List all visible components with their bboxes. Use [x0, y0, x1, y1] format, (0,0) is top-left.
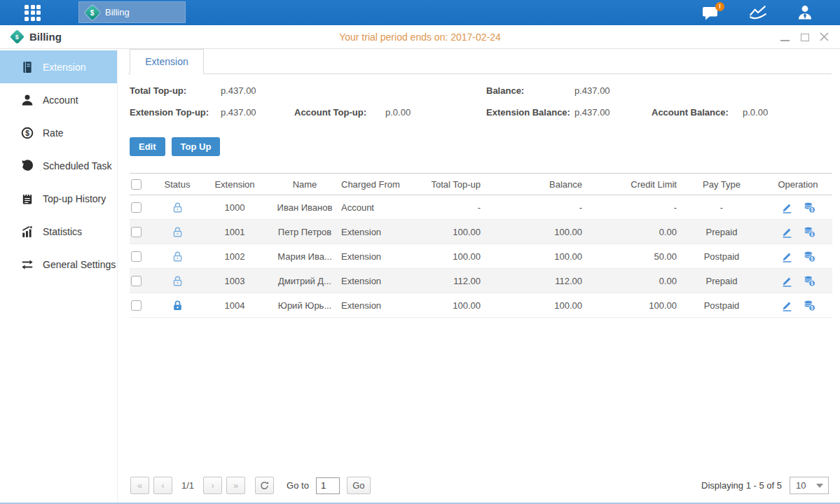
edit-icon[interactable] — [781, 226, 793, 238]
general-settings-arrows-icon — [21, 258, 34, 271]
sidebar-item-scheduled-task[interactable]: Scheduled Task — [0, 149, 117, 182]
edit-icon[interactable] — [781, 251, 793, 262]
balance-cell: 112.00 — [483, 269, 585, 293]
top-bar: $ Billing ! — [0, 0, 840, 25]
goto-label: Go to — [287, 480, 309, 491]
balance-cell: 100.00 — [483, 244, 585, 269]
topup-coins-icon[interactable]: $ — [804, 275, 815, 287]
topup-coins-icon[interactable]: $ — [804, 300, 815, 312]
svg-text:$: $ — [811, 280, 813, 286]
status-cell — [155, 195, 200, 220]
trial-notice: Your trial period ends on: 2017-02-24 — [0, 31, 840, 43]
statistics-chart-icon — [21, 225, 34, 238]
row-checkbox[interactable] — [131, 251, 142, 262]
edit-icon[interactable] — [781, 202, 793, 214]
credit-limit-cell: 0.00 — [585, 269, 680, 293]
sidebar-item-general-settings[interactable]: General Settings — [0, 248, 117, 281]
tab-extension[interactable]: Extension — [130, 49, 204, 74]
row-checkbox[interactable] — [131, 300, 142, 311]
total-topup-cell: 100.00 — [420, 293, 483, 318]
prev-page-button[interactable]: ‹ — [153, 477, 172, 494]
table-header-row: Status Extension Name Charged From Total… — [130, 174, 832, 195]
charged-from-cell: Account — [340, 195, 420, 220]
name-cell: Дмитрий Д... — [270, 269, 340, 293]
page-size-select[interactable]: 10 — [790, 477, 829, 494]
status-cell — [155, 220, 200, 244]
select-all-checkbox[interactable] — [131, 179, 142, 190]
sidebar-item-label: Statistics — [43, 226, 82, 237]
table-row: 1002 Мария Ива... Extension 100.00 100.0… — [130, 244, 832, 269]
balance-cell: - — [483, 195, 585, 220]
taskbar-billing-label: Billing — [105, 7, 130, 18]
rate-dollar-icon: $ — [21, 127, 34, 139]
displaying-text: Displaying 1 - 5 of 5 — [701, 480, 782, 491]
billing-window: $ Billing ! $ Billing Your trial period … — [0, 0, 840, 504]
topbar-actions: ! — [702, 0, 813, 25]
close-icon[interactable] — [820, 33, 829, 41]
sidebar-item-extension[interactable]: Extension — [0, 50, 117, 83]
balance-value: p.437.00 — [574, 85, 652, 96]
account-balance-value: p.0.00 — [743, 107, 830, 118]
extension-book-icon — [21, 61, 34, 74]
account-person-icon — [21, 94, 34, 106]
pay-type-cell: - — [680, 195, 764, 220]
sidebar-item-label: Account — [43, 94, 78, 106]
col-operation: Operation — [764, 174, 832, 195]
svg-text:$: $ — [811, 304, 813, 310]
credit-limit-cell: 0.00 — [585, 220, 680, 244]
topup-coins-icon[interactable]: $ — [804, 251, 815, 262]
sidebar-item-statistics[interactable]: Statistics — [0, 215, 117, 248]
topup-button[interactable]: Top Up — [172, 137, 221, 156]
minimize-icon[interactable] — [780, 33, 790, 41]
last-page-button[interactable]: » — [226, 477, 245, 494]
row-checkbox[interactable] — [131, 202, 142, 213]
sidebar-item-label: Scheduled Task — [43, 160, 112, 172]
refresh-button[interactable] — [255, 477, 274, 494]
name-cell: Юрий Юрь... — [270, 293, 340, 318]
topup-history-notepad-icon — [21, 192, 34, 205]
page-size-value: 10 — [796, 480, 806, 491]
taskbar-billing-button[interactable]: $ Billing — [78, 1, 186, 23]
unlocked-icon — [172, 226, 184, 238]
charged-from-cell: Extension — [340, 244, 420, 269]
window-controls — [780, 33, 829, 41]
notification-badge: ! — [715, 2, 724, 11]
edit-button[interactable]: Edit — [130, 137, 165, 156]
total-topup-cell: - — [420, 195, 483, 220]
billing-summary: Total Top-up: p.437.00 Balance: p.437.00… — [130, 74, 830, 123]
window-title-bar: $ Billing Your trial period ends on: 201… — [0, 25, 840, 49]
extension-cell: 1002 — [200, 244, 270, 269]
sidebar-item-account[interactable]: Account — [0, 83, 117, 116]
total-topup-label: Total Top-up: — [130, 85, 221, 96]
maximize-icon[interactable] — [800, 33, 809, 41]
extension-balance-label: Extension Balance: — [486, 107, 574, 118]
notifications-icon[interactable]: ! — [702, 6, 719, 20]
row-checkbox[interactable] — [131, 227, 142, 237]
unlocked-icon — [172, 275, 184, 287]
first-page-button[interactable]: « — [130, 477, 149, 494]
sidebar-item-rate[interactable]: $ Rate — [0, 116, 117, 149]
total-topup-value: p.437.00 — [221, 85, 294, 96]
row-checkbox[interactable] — [131, 276, 142, 286]
edit-icon[interactable] — [781, 275, 793, 287]
billing-app-icon: $ — [85, 4, 101, 20]
balance-cell: 100.00 — [483, 220, 585, 244]
topup-coins-icon[interactable]: $ — [804, 202, 815, 214]
svg-text:$: $ — [25, 129, 29, 136]
edit-icon[interactable] — [781, 300, 793, 312]
apps-menu-icon[interactable] — [25, 5, 41, 21]
sidebar-item-topup-history[interactable]: Top-up History — [0, 182, 117, 215]
reports-chart-icon[interactable] — [749, 5, 767, 20]
col-extension: Extension — [200, 174, 270, 195]
next-page-button[interactable]: › — [203, 477, 222, 494]
col-name: Name — [270, 174, 340, 195]
topup-coins-icon[interactable]: $ — [804, 226, 815, 238]
extension-topup-label: Extension Top-up: — [130, 107, 221, 118]
total-topup-cell: 100.00 — [420, 220, 483, 244]
svg-text:$: $ — [811, 255, 813, 261]
goto-page-input[interactable] — [316, 477, 340, 494]
go-button[interactable]: Go — [347, 477, 371, 494]
col-balance: Balance — [483, 174, 585, 195]
user-account-icon[interactable] — [797, 4, 813, 21]
svg-text:$: $ — [811, 206, 813, 212]
